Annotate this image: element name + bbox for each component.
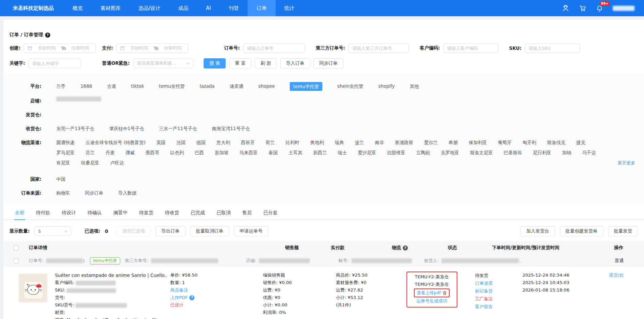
platform-option[interactable]: 兰亭: [56, 82, 65, 91]
sku-input[interactable]: [525, 43, 580, 53]
nav-item[interactable]: 选品/设计: [130, 0, 169, 16]
channel-option[interactable]: 巴西: [195, 148, 204, 157]
channel-option[interactable]: 尼日利亚: [533, 148, 551, 157]
channel-option[interactable]: 瑞典: [335, 138, 344, 146]
breadcrumb-help-icon[interactable]: ?: [45, 33, 50, 38]
channel-option[interactable]: 克罗地亚: [441, 148, 459, 157]
sync-order-button[interactable]: 同步订单: [314, 58, 343, 68]
logistics-help-icon[interactable]: ?: [403, 245, 408, 251]
channel-option[interactable]: 新加坡: [215, 148, 229, 157]
channel-option[interactable]: 保加利亚: [469, 138, 487, 146]
country-option[interactable]: 中国: [56, 175, 65, 183]
status-tab[interactable]: 待收货: [164, 208, 180, 220]
channel-option[interactable]: 肯尼亚: [56, 159, 70, 167]
status-tab[interactable]: 搁置中: [113, 208, 128, 220]
clear-selected-button[interactable]: 清空已选项: [116, 226, 151, 236]
refresh-button[interactable]: 刷 新: [255, 58, 277, 68]
status-tab[interactable]: 待发货: [138, 208, 154, 220]
channel-option[interactable]: 芬兰: [86, 148, 95, 157]
order-source-option[interactable]: 购物车: [56, 189, 70, 197]
platform-option[interactable]: shopee: [258, 82, 275, 91]
refund-link[interactable]: 退货/款: [609, 273, 624, 278]
select-all-checkbox[interactable]: [14, 245, 19, 251]
channel-option[interactable]: 比利时: [286, 138, 300, 146]
platform-option[interactable]: temu全托管: [159, 82, 185, 91]
edit-sales-link[interactable]: 编辑销售额: [263, 272, 314, 279]
channel-option[interactable]: 西班牙: [241, 138, 255, 146]
channel-option[interactable]: 南非: [375, 138, 384, 146]
created-date-range-picker[interactable]: 开始时间 To 结束时间: [24, 43, 96, 53]
channel-option[interactable]: 英国: [156, 138, 166, 146]
platform-option[interactable]: 其他: [410, 82, 419, 91]
product-image[interactable]: [19, 274, 48, 302]
username-redacted[interactable]: [613, 6, 634, 11]
product-note-link[interactable]: 商品备注: [170, 287, 188, 293]
channel-option[interactable]: 法国: [176, 138, 186, 146]
nav-item[interactable]: 统计: [276, 0, 303, 16]
order-source-option[interactable]: 同步订单: [85, 189, 103, 197]
status-tab[interactable]: 待确认: [87, 208, 102, 220]
order-source-option[interactable]: 导入数据: [118, 189, 137, 197]
delete-pdf-icon[interactable]: [442, 291, 447, 295]
channel-option[interactable]: 葡萄牙: [498, 138, 512, 146]
platform-option[interactable]: tiktok: [131, 82, 144, 91]
channel-option[interactable]: 卢旺达: [110, 159, 124, 167]
cart-icon[interactable]: [579, 4, 586, 12]
keyword-input[interactable]: [29, 59, 81, 68]
platform-option[interactable]: temu半托管: [290, 82, 322, 91]
channel-option[interactable]: 塞浦路斯: [395, 138, 413, 146]
customer-code-input[interactable]: [443, 43, 498, 53]
channel-option[interactable]: 斯洛伐克: [547, 138, 565, 146]
platform-option[interactable]: shein全托管: [337, 82, 363, 91]
channel-option[interactable]: 德国: [196, 138, 206, 146]
channel-option[interactable]: 泰国: [269, 148, 278, 157]
third-party-order-input[interactable]: [348, 43, 409, 53]
apply-tracking-button[interactable]: 申请运单号: [234, 226, 268, 236]
status-link[interactable]: 订单进度: [475, 279, 512, 287]
view-uploaded-pdf-link[interactable]: 查看上传pdf: [417, 289, 440, 297]
platform-option[interactable]: shopify: [378, 82, 395, 91]
channel-option[interactable]: 马来西亚: [240, 148, 258, 157]
upload-pdf-help-icon[interactable]: ?: [189, 295, 194, 300]
product-title[interactable]: Suéter con estampado de anime Sanrio | C…: [55, 272, 167, 279]
status-tab[interactable]: 已完成: [190, 208, 206, 220]
platform-option[interactable]: 1688: [80, 82, 92, 91]
channel-option[interactable]: 罗马尼亚: [56, 148, 75, 157]
channel-option[interactable]: 爱尔兰: [424, 138, 438, 146]
batch-create-ship-button[interactable]: 批量创建发货单: [560, 226, 604, 236]
nav-item[interactable]: 素材图库: [92, 0, 130, 16]
nav-item[interactable]: AI: [197, 0, 220, 16]
warehouse-option[interactable]: 肇庆桂中1号子仓: [109, 124, 144, 133]
channel-option[interactable]: 圆通快递: [56, 138, 75, 146]
platform-option[interactable]: 速卖通: [230, 82, 244, 91]
warehouse-option[interactable]: 三水一产11号子仓: [159, 124, 197, 133]
paid-date-range-picker[interactable]: 开始时间 To 结束时间: [116, 43, 188, 53]
nav-item[interactable]: 刊登: [220, 0, 248, 16]
bell-icon[interactable]: 99+: [596, 4, 603, 12]
store-value-redacted[interactable]: [56, 97, 101, 101]
channel-option[interactable]: 新西兰: [313, 148, 327, 157]
nav-item[interactable]: 成品: [169, 0, 197, 16]
status-tab[interactable]: 待付款: [35, 208, 51, 220]
channel-option[interactable]: 希腊: [449, 138, 458, 146]
warehouse-option[interactable]: 南海宝湾11号子仓: [212, 124, 250, 133]
upload-pdf-link[interactable]: 上传PDF: [170, 294, 188, 301]
channel-option[interactable]: 荷兰: [266, 138, 275, 146]
urgency-select[interactable]: 请选择普通单和紧...: [133, 59, 193, 68]
display-count-select[interactable]: 5: [34, 226, 71, 236]
batch-ship-button[interactable]: 批量发货: [608, 226, 638, 236]
channel-option[interactable]: 斯洛文尼亚: [470, 148, 493, 157]
channel-option[interactable]: 丹麦: [106, 148, 115, 157]
expand-more-link[interactable]: 展开更多: [618, 160, 635, 166]
channel-option[interactable]: 土耳其: [289, 148, 303, 157]
channel-option[interactable]: 波兰: [355, 138, 364, 146]
channel-option[interactable]: 捷克: [576, 138, 585, 146]
channel-option[interactable]: 坦桑尼亚: [81, 159, 99, 167]
channel-option[interactable]: 巴基斯坦: [504, 148, 522, 157]
status-link[interactable]: 客户留言: [475, 303, 512, 311]
status-tab[interactable]: 全部: [14, 208, 25, 220]
channel-option[interactable]: 挪威: [126, 148, 135, 157]
channel-option[interactable]: 匈牙利: [523, 138, 536, 146]
channel-option[interactable]: 拉脱维亚: [387, 148, 405, 157]
status-tab[interactable]: 已取消: [216, 208, 231, 220]
